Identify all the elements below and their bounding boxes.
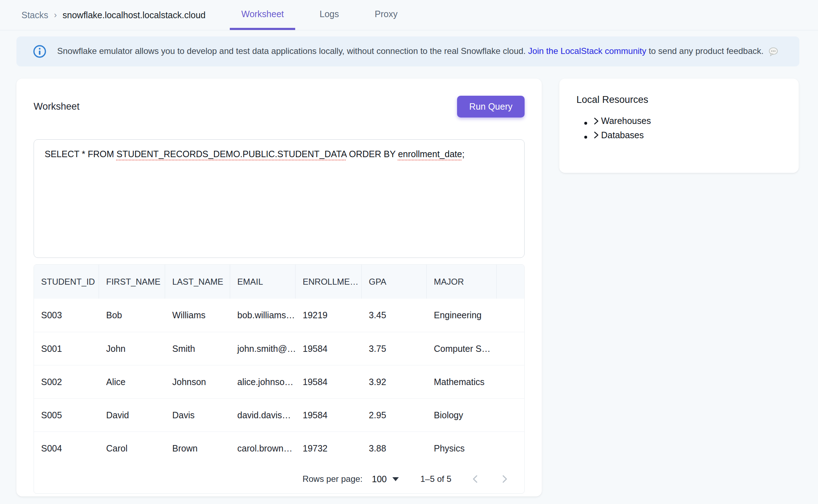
table-cell: Physics — [427, 432, 497, 465]
column-header[interactable]: EMAIL — [230, 265, 296, 299]
column-header[interactable]: ENROLLME… — [296, 265, 362, 299]
next-page-button[interactable] — [499, 474, 510, 484]
run-query-button[interactable]: Run Query — [457, 96, 525, 118]
table-cell: Brown — [165, 432, 230, 465]
table-row: S004CarolBrowncarol.brown…197323.88Physi… — [34, 431, 524, 465]
info-banner: Snowflake emulator allows you to develop… — [16, 36, 799, 66]
table-cell: john.smith@… — [230, 332, 296, 365]
table-cell: 19219 — [296, 299, 362, 332]
table-cell: 3.45 — [362, 299, 427, 332]
local-resources-title: Local Resources — [576, 94, 782, 105]
sql-editor[interactable]: SELECT * FROM STUDENT_RECORDS_DEMO.PUBLI… — [34, 139, 525, 258]
worksheet-header: Worksheet Run Query — [34, 94, 525, 119]
dropdown-caret-icon — [392, 477, 399, 481]
table-cell: alice.johnso… — [230, 365, 296, 398]
sql-text-mid: ORDER BY — [347, 149, 398, 159]
table-cell: Biology — [427, 399, 497, 431]
table-row: S005DavidDavisdavid.davis…195842.95Biolo… — [34, 398, 524, 431]
pagination-bar: Rows per page: 100 1–5 of 5 — [34, 465, 524, 493]
banner-text-after: to send any product feedback. — [646, 46, 764, 56]
results-table: STUDENT_IDFIRST_NAMELAST_NAMEEMAILENROLL… — [34, 264, 525, 494]
sql-table-ref: STUDENT_RECORDS_DEMO.PUBLIC.STUDENT_DATA — [116, 149, 347, 159]
resource-tree-item-label: Databases — [601, 129, 644, 141]
column-header[interactable]: LAST_NAME — [165, 265, 230, 299]
column-header — [497, 265, 524, 299]
local-resources-card: Local Resources Warehouses Databases — [559, 79, 799, 173]
table-row: S002AliceJohnsonalice.johnso…195843.92Ma… — [34, 365, 524, 398]
tab-label: Worksheet — [241, 9, 284, 19]
tab-bar: WorksheetLogsProxy — [230, 0, 409, 30]
local-resources-list: Warehouses Databases — [576, 115, 782, 143]
tab-label: Proxy — [375, 9, 398, 19]
resource-tree-item-label: Warehouses — [601, 115, 651, 127]
breadcrumb-stacks-link[interactable]: Stacks — [21, 10, 48, 20]
table-cell: S005 — [34, 399, 99, 431]
table-cell: S002 — [34, 365, 99, 398]
table-cell: S004 — [34, 432, 99, 465]
table-cell: 19584 — [296, 332, 362, 365]
table-cell: david.davis… — [230, 399, 296, 431]
breadcrumb: Stacks › snowflake.localhost.localstack.… — [21, 0, 205, 30]
table-cell: 3.75 — [362, 332, 427, 365]
chevron-right-icon — [592, 130, 600, 140]
localstack-community-link[interactable]: Join the LocalStack community — [528, 46, 646, 56]
column-header[interactable]: GPA — [362, 265, 427, 299]
column-header[interactable]: MAJOR — [427, 265, 497, 299]
tab-worksheet[interactable]: Worksheet — [230, 0, 295, 30]
sql-order-column: enrollment_date — [398, 149, 462, 159]
table-cell: Williams — [165, 299, 230, 332]
table-cell: John — [99, 332, 165, 365]
column-header[interactable]: FIRST_NAME — [99, 265, 165, 299]
table-cell: David — [99, 399, 165, 431]
table-cell: 19584 — [296, 365, 362, 398]
main-content: Worksheet Run Query SELECT * FROM STUDEN… — [16, 79, 799, 496]
sql-text-pre: SELECT * FROM — [45, 149, 116, 159]
pagination-range: 1–5 of 5 — [420, 474, 451, 484]
table-row: S003BobWilliamsbob.williams…192193.45Eng… — [34, 299, 524, 332]
table-cell — [497, 299, 524, 332]
tab-logs[interactable]: Logs — [308, 0, 350, 30]
table-cell: S001 — [34, 332, 99, 365]
info-icon — [33, 45, 46, 58]
worksheet-card: Worksheet Run Query SELECT * FROM STUDEN… — [16, 79, 542, 496]
resource-tree-item-warehouses[interactable]: Warehouses — [592, 115, 782, 129]
results-table-body: S003BobWilliamsbob.williams…192193.45Eng… — [34, 299, 524, 465]
table-cell: Mathematics — [427, 365, 497, 398]
resource-tree-item-databases[interactable]: Databases — [592, 129, 782, 143]
breadcrumb-current-stack: snowflake.localhost.localstack.cloud — [63, 10, 205, 20]
table-cell: Smith — [165, 332, 230, 365]
table-cell — [497, 399, 524, 431]
table-cell: Alice — [99, 365, 165, 398]
table-cell — [497, 365, 524, 398]
table-cell: Bob — [99, 299, 165, 332]
worksheet-title: Worksheet — [34, 101, 80, 112]
column-header[interactable]: STUDENT_ID — [34, 265, 99, 299]
table-cell: 19732 — [296, 432, 362, 465]
results-table-header: STUDENT_IDFIRST_NAMELAST_NAMEEMAILENROLL… — [34, 265, 524, 299]
tab-proxy[interactable]: Proxy — [363, 0, 409, 30]
rows-per-page-value: 100 — [372, 474, 387, 484]
table-cell: 3.92 — [362, 365, 427, 398]
table-cell: Engineering — [427, 299, 497, 332]
top-navigation: Stacks › snowflake.localhost.localstack.… — [0, 0, 818, 30]
table-cell: S003 — [34, 299, 99, 332]
table-cell: 2.95 — [362, 399, 427, 431]
table-cell: Computer S… — [427, 332, 497, 365]
table-cell — [497, 432, 524, 465]
table-cell: 19584 — [296, 399, 362, 431]
tab-label: Logs — [319, 9, 339, 19]
table-cell: carol.brown… — [230, 432, 296, 465]
previous-page-button[interactable] — [470, 474, 481, 484]
table-cell: 3.88 — [362, 432, 427, 465]
table-cell — [497, 332, 524, 365]
table-row: S001JohnSmithjohn.smith@…195843.75Comput… — [34, 332, 524, 365]
breadcrumb-separator: › — [54, 10, 57, 20]
table-cell: Davis — [165, 399, 230, 431]
banner-text: Snowflake emulator allows you to develop… — [57, 46, 779, 57]
table-cell: Carol — [99, 432, 165, 465]
table-cell: bob.williams… — [230, 299, 296, 332]
speech-bubble-icon — [768, 47, 779, 57]
rows-per-page-label: Rows per page: — [302, 474, 362, 484]
rows-per-page-select[interactable]: 100 — [372, 474, 399, 484]
chevron-right-icon — [592, 116, 600, 126]
